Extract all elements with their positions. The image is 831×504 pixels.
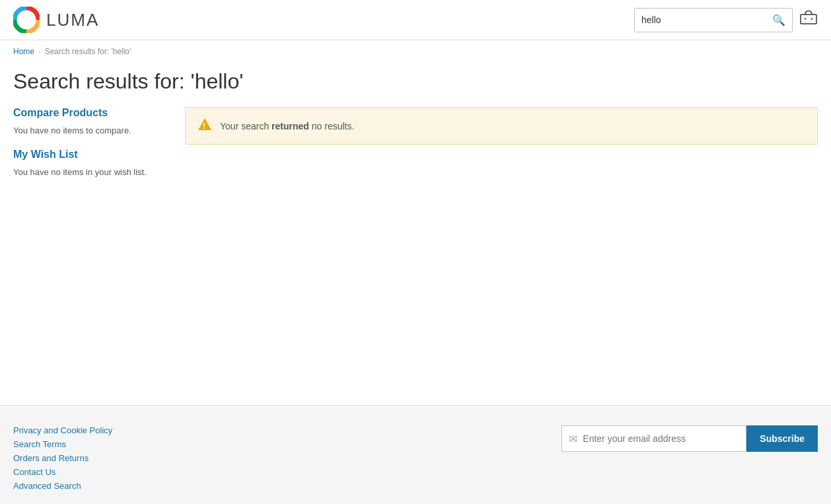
site-header: LUMA 🔍 <box>0 0 831 40</box>
svg-text:!: ! <box>203 122 205 131</box>
footer-inner: Privacy and Cookie Policy Search Terms O… <box>13 425 818 491</box>
logo-link[interactable]: LUMA <box>13 7 99 33</box>
wishlist-title: My Wish List <box>13 149 172 161</box>
newsletter-email-input[interactable] <box>583 433 728 444</box>
advanced-search-link[interactable]: Advanced Search <box>13 481 112 491</box>
email-icon: ✉ <box>569 433 577 445</box>
search-results-area: ! Your search returned no results. <box>185 107 818 190</box>
search-button[interactable]: 🔍 <box>766 9 792 32</box>
compare-section: Compare Products You have no items to co… <box>13 107 172 135</box>
subscribe-button[interactable]: Subscribe <box>746 425 818 452</box>
breadcrumb-home[interactable]: Home <box>13 47 34 56</box>
wishlist-text: You have no items in your wish list. <box>13 167 172 177</box>
svg-rect-1 <box>801 15 816 24</box>
cart-button[interactable] <box>799 9 818 30</box>
breadcrumb: Home › Search results for: 'hello' <box>0 40 831 63</box>
main-content: Search results for: 'hello' Compare Prod… <box>0 63 831 405</box>
wishlist-section: My Wish List You have no items in your w… <box>13 149 172 177</box>
search-terms-link[interactable]: Search Terms <box>13 439 112 449</box>
newsletter-input-wrap: ✉ <box>561 425 746 452</box>
contact-link[interactable]: Contact Us <box>13 467 112 477</box>
compare-title: Compare Products <box>13 107 172 119</box>
orders-link[interactable]: Orders and Returns <box>13 453 112 463</box>
newsletter-form: ✉ Subscribe <box>561 425 818 452</box>
breadcrumb-current: Search results for: 'hello' <box>45 47 131 56</box>
privacy-link[interactable]: Privacy and Cookie Policy <box>13 425 112 435</box>
logo-icon <box>13 7 40 33</box>
site-footer: Privacy and Cookie Policy Search Terms O… <box>0 405 831 504</box>
footer-links: Privacy and Cookie Policy Search Terms O… <box>13 425 112 491</box>
alert-highlight: returned <box>271 121 309 131</box>
warning-icon: ! <box>198 117 212 135</box>
search-icon: 🔍 <box>772 15 785 26</box>
search-box: 🔍 <box>634 8 793 32</box>
search-input[interactable] <box>635 9 766 30</box>
page-title: Search results for: 'hello' <box>13 69 818 94</box>
compare-text: You have no items to compare. <box>13 126 172 135</box>
logo-text: LUMA <box>46 10 99 30</box>
no-results-text: Your search returned no results. <box>220 121 354 131</box>
breadcrumb-separator: › <box>38 48 41 55</box>
header-actions: 🔍 <box>634 8 818 32</box>
content-layout: Compare Products You have no items to co… <box>13 107 818 190</box>
cart-icon <box>799 12 818 30</box>
no-results-alert: ! Your search returned no results. <box>185 107 818 145</box>
sidebar: Compare Products You have no items to co… <box>13 107 172 190</box>
